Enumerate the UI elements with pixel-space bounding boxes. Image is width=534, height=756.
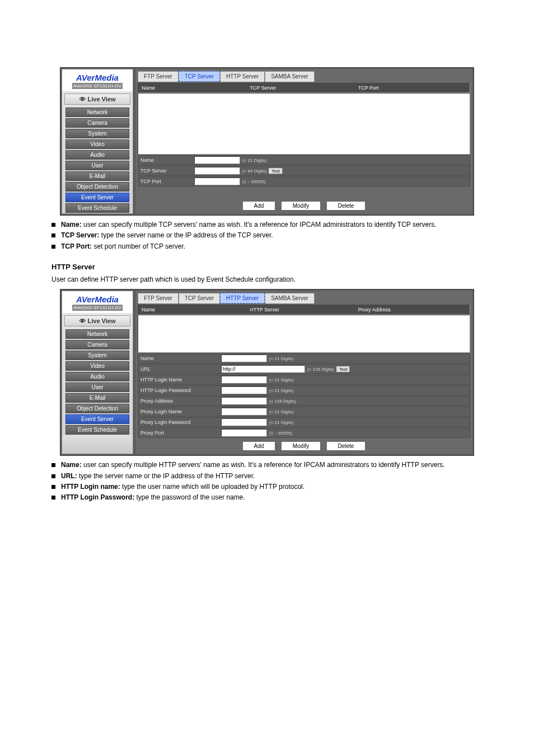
sidebar-item-network[interactable]: Network	[65, 108, 129, 117]
tab-samba[interactable]: SAMBA Server	[265, 71, 315, 82]
col-tcp-server: TCP Server	[250, 85, 358, 91]
sidebar-item-camera[interactable]: Camera	[65, 340, 129, 349]
input-tcp-name[interactable]	[194, 156, 240, 164]
brand-logo: AVerMedia AVerDiGi SF1311H-DV	[62, 69, 133, 91]
tab-tcp[interactable]: TCP Server	[179, 293, 220, 304]
admin-ui-tcp: AVerMedia AVerDiGi SF1311H-DV 👁Live View…	[60, 67, 474, 216]
live-view-button[interactable]: 👁Live View	[64, 315, 130, 326]
http-table-body[interactable]	[138, 315, 470, 353]
row-http-name: Name (< 21 Digits)	[138, 353, 470, 363]
tcp-spacer	[138, 186, 470, 198]
sidebar-item-camera[interactable]: Camera	[65, 118, 129, 128]
sidebar-item-system[interactable]: System	[65, 129, 129, 138]
sidebar-item-network[interactable]: Network	[65, 329, 129, 339]
input-proxy-login[interactable]	[221, 408, 267, 416]
content-panel: FTP Server TCP Server HTTP Server SAMBA …	[135, 291, 472, 454]
col-name: Name	[142, 85, 250, 91]
tcp-bullet-server: TCP Server: type the server name or the …	[51, 231, 489, 240]
sidebar-item-object-detection[interactable]: Object Detection	[65, 404, 129, 413]
input-http-pass[interactable]	[221, 386, 267, 394]
hint-http-name: (< 21 Digits)	[269, 356, 293, 361]
bullet-icon	[51, 245, 55, 249]
sidebar-item-email[interactable]: E-Mail	[65, 393, 129, 403]
http-action-bar: Add Modify Delete	[138, 438, 470, 452]
label-http-name: Name	[140, 356, 219, 361]
sidebar-item-video[interactable]: Video	[65, 361, 129, 371]
tcp-action-bar: Add Modify Delete	[138, 198, 470, 212]
test-http-button[interactable]: Test	[336, 366, 350, 372]
delete-button[interactable]: Delete	[326, 441, 366, 451]
input-http-url[interactable]	[221, 365, 305, 373]
sidebar-item-audio[interactable]: Audio	[65, 372, 129, 381]
modify-button[interactable]: Modify	[281, 441, 321, 451]
sidebar-item-object-detection[interactable]: Object Detection	[65, 182, 129, 192]
bullet-icon	[51, 463, 55, 467]
admin-ui-http: AVerMedia AVerDiGi SF1311H-DV 👁Live View…	[60, 289, 474, 456]
sidebar: AVerMedia AVerDiGi SF1311H-DV 👁Live View…	[62, 69, 133, 214]
hint-http-login: (< 21 Digits)	[269, 377, 293, 382]
label-proxy-login: Proxy Login Name	[140, 409, 219, 414]
input-tcp-server[interactable]	[194, 167, 240, 175]
sidebar-item-event-schedule[interactable]: Event Schedule	[65, 425, 129, 435]
tab-bar: FTP Server TCP Server HTTP Server SAMBA …	[138, 71, 470, 82]
sidebar-item-event-server[interactable]: Event Server	[65, 193, 129, 202]
tab-ftp[interactable]: FTP Server	[138, 293, 179, 304]
input-http-login[interactable]	[221, 376, 267, 384]
input-tcp-port[interactable]	[194, 178, 240, 185]
sidebar-item-email[interactable]: E-Mail	[65, 171, 129, 181]
add-button[interactable]: Add	[242, 201, 276, 211]
sidebar: AVerMedia AVerDiGi SF1311H-DV 👁Live View…	[62, 291, 133, 454]
sidebar-item-audio[interactable]: Audio	[65, 150, 129, 160]
delete-button[interactable]: Delete	[326, 201, 366, 211]
label-http-pass: HTTP Login Password	[140, 388, 219, 393]
input-proxy-port[interactable]	[221, 429, 267, 437]
http-doc-block: Name: user can specify multiple HTTP ser…	[45, 460, 489, 503]
tab-tcp[interactable]: TCP Server	[179, 71, 220, 82]
add-button[interactable]: Add	[242, 441, 276, 451]
label-http-login: HTTP Login Name	[140, 377, 219, 382]
modify-button[interactable]: Modify	[281, 201, 321, 211]
bullet-icon	[51, 223, 55, 227]
sidebar-item-user[interactable]: User	[65, 382, 129, 392]
http-bullet-url: URL: type the server name or the IP addr…	[51, 472, 489, 481]
logo-model: AVerDiGi SF1311H-DV	[72, 305, 123, 311]
logo-model: AVerDiGi SF1311H-DV	[72, 83, 123, 89]
brand-logo: AVerMedia AVerDiGi SF1311H-DV	[62, 291, 133, 313]
tab-samba[interactable]: SAMBA Server	[265, 293, 315, 304]
input-proxy-pass[interactable]	[221, 418, 267, 426]
label-proxy-addr: Proxy Address	[140, 398, 219, 404]
row-http-login: HTTP Login Name (< 21 Digits)	[138, 375, 470, 385]
hint-tcp-server: (< 64 Digits)	[242, 169, 266, 174]
live-view-button[interactable]: 👁Live View	[64, 94, 130, 105]
hint-tcp-port: (1 ~ 65535)	[242, 179, 265, 184]
sidebar-item-video[interactable]: Video	[65, 139, 129, 149]
tab-http[interactable]: HTTP Server	[220, 293, 265, 304]
sidebar-spacer	[62, 435, 133, 454]
sidebar-item-event-schedule[interactable]: Event Schedule	[65, 203, 129, 213]
input-proxy-addr[interactable]	[221, 397, 267, 405]
test-tcp-button[interactable]: Test	[269, 168, 283, 174]
tab-http[interactable]: HTTP Server	[220, 71, 265, 82]
hint-tcp-name: (< 21 Digits)	[242, 158, 266, 163]
label-tcp-server: TCP Server	[140, 168, 192, 174]
http-section-title: HTTP Server	[51, 263, 489, 271]
hint-proxy-login: (< 21 Digits)	[269, 409, 293, 414]
row-proxy-pass: Proxy Login Password (< 21 Digits)	[138, 417, 470, 427]
sidebar-item-event-server[interactable]: Event Server	[65, 414, 129, 424]
col-http-server: HTTP Server	[250, 307, 358, 312]
tab-ftp[interactable]: FTP Server	[138, 71, 179, 82]
sidebar-item-user[interactable]: User	[65, 161, 129, 170]
row-tcp-port: TCP Port (1 ~ 65535)	[138, 176, 470, 186]
http-bullet-login: HTTP Login name: type the user name whic…	[51, 482, 489, 492]
content-panel: FTP Server TCP Server HTTP Server SAMBA …	[135, 69, 472, 214]
tcp-table-header: Name TCP Server TCP Port	[138, 83, 470, 93]
eye-icon: 👁	[79, 96, 86, 102]
tcp-table-body[interactable]	[138, 93, 470, 155]
sidebar-item-system[interactable]: System	[65, 351, 129, 360]
http-bullet-pass: HTTP Login Password: type the password o…	[51, 493, 489, 502]
input-http-name[interactable]	[221, 354, 267, 362]
row-tcp-name: Name (< 21 Digits)	[138, 155, 470, 165]
tcp-doc-block: Name: user can specify multiple TCP serv…	[45, 220, 489, 251]
col-proxy: Proxy Address	[358, 307, 466, 312]
http-bullet-name: Name: user can specify multiple HTTP ser…	[51, 460, 489, 470]
